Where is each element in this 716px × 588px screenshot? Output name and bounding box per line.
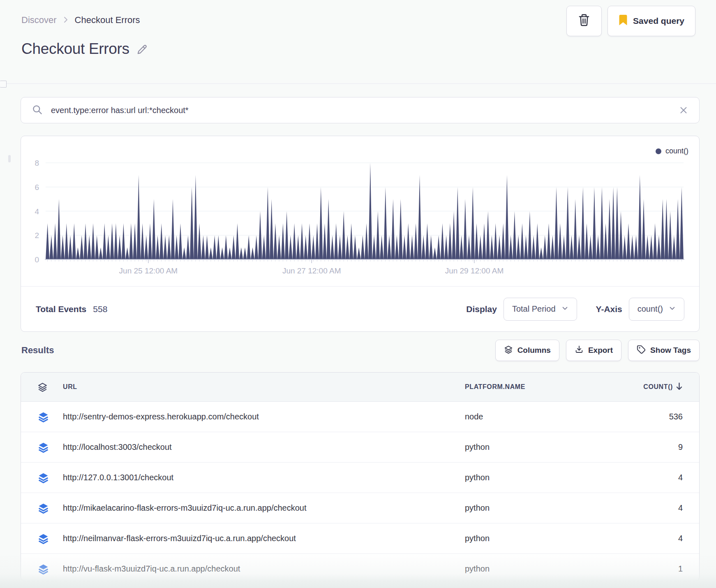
row-stack-icon[interactable] <box>37 532 63 544</box>
row-platform: python <box>465 564 609 574</box>
row-count: 9 <box>609 442 683 452</box>
export-button[interactable]: Export <box>566 340 621 361</box>
table-body: http://sentry-demos-express.herokuapp.co… <box>21 402 699 581</box>
columns-button-label: Columns <box>517 346 551 355</box>
row-url[interactable]: http://neilmanvar-flask-errors-m3uuizd7i… <box>63 534 465 543</box>
tag-icon <box>637 345 646 356</box>
clear-search-icon[interactable] <box>679 105 688 115</box>
show-tags-button-label: Show Tags <box>650 346 691 355</box>
row-count: 4 <box>609 534 683 543</box>
page-title: Checkout Errors <box>21 40 129 58</box>
svg-text:6: 6 <box>35 183 39 192</box>
search-query[interactable]: event.type:error has:url url:*checkout* <box>51 106 670 115</box>
row-stack-icon[interactable] <box>37 441 63 453</box>
row-count: 536 <box>609 412 683 421</box>
export-button-label: Export <box>588 346 613 355</box>
breadcrumb-discover[interactable]: Discover <box>21 15 57 25</box>
header-stack-icon[interactable] <box>37 382 63 392</box>
yaxis-label: Y-Axis <box>596 304 622 314</box>
chevron-down-icon <box>669 304 676 314</box>
breadcrumb-current: Checkout Errors <box>75 15 140 25</box>
row-platform: python <box>465 534 609 543</box>
svg-text:Jun 27 12:00 AM: Jun 27 12:00 AM <box>282 266 341 275</box>
stack-icon <box>504 345 513 356</box>
chart-footer: Total Events 558 Display Total Period Y-… <box>21 286 699 331</box>
row-stack-icon[interactable] <box>37 502 63 514</box>
svg-text:4: 4 <box>35 207 39 216</box>
display-label: Display <box>466 304 497 314</box>
row-url[interactable]: http://sentry-demos-express.herokuapp.co… <box>63 412 465 421</box>
row-url[interactable]: http://mikaelacarino-flask-errors-m3uuiz… <box>63 503 465 513</box>
top-bar: Discover Checkout Errors <box>21 6 695 36</box>
row-count: 4 <box>609 503 683 513</box>
table-row[interactable]: http://localhost:3003/checkout python 9 <box>21 432 699 463</box>
results-heading: Results <box>21 345 54 356</box>
bookmark-icon <box>619 15 628 28</box>
results-table: URL PLATFORM.NAME COUNT() http://sentry-… <box>21 372 700 581</box>
total-events-value: 558 <box>93 304 107 314</box>
trash-icon <box>578 14 590 29</box>
results-actions: Columns Export Show Tags <box>495 340 700 361</box>
display-select-value: Total Period <box>512 304 556 314</box>
row-url[interactable]: http://127.0.0.1:3001/checkout <box>63 473 465 482</box>
svg-text:Jun 29 12:00 AM: Jun 29 12:00 AM <box>445 266 504 275</box>
header-url[interactable]: URL <box>63 383 465 391</box>
search-bar[interactable]: event.type:error has:url url:*checkout* <box>21 97 700 123</box>
discover-page: Discover Checkout Errors <box>0 0 716 588</box>
events-chart[interactable]: 02468Jun 25 12:00 AMJun 27 12:00 AMJun 2… <box>21 148 699 277</box>
row-stack-icon[interactable] <box>37 563 63 575</box>
breadcrumb: Discover Checkout Errors <box>21 6 140 25</box>
table-header-row: URL PLATFORM.NAME COUNT() <box>21 373 699 402</box>
search-icon <box>32 104 43 117</box>
title-row: Checkout Errors <box>21 40 148 58</box>
row-stack-icon[interactable] <box>37 472 63 484</box>
scroll-nub <box>8 155 11 162</box>
row-count: 1 <box>609 564 683 574</box>
row-platform: node <box>465 412 609 421</box>
svg-text:Jun 25 12:00 AM: Jun 25 12:00 AM <box>119 266 178 275</box>
svg-text:2: 2 <box>35 231 39 240</box>
show-tags-button[interactable]: Show Tags <box>628 340 700 361</box>
chart-panel: count() 02468Jun 25 12:00 AMJun 27 12:00… <box>21 136 700 332</box>
header-count[interactable]: COUNT() <box>609 382 683 392</box>
yaxis-select[interactable]: count() <box>629 298 684 321</box>
table-row[interactable]: http://mikaelacarino-flask-errors-m3uuiz… <box>21 493 699 523</box>
download-icon <box>575 345 584 356</box>
row-platform: python <box>465 503 609 513</box>
delete-query-button[interactable] <box>566 6 602 36</box>
row-stack-icon[interactable] <box>37 411 63 423</box>
total-events-label: Total Events <box>36 304 86 314</box>
saved-query-label: Saved query <box>633 16 684 26</box>
saved-query-button[interactable]: Saved query <box>607 6 695 36</box>
yaxis-select-value: count() <box>637 304 663 314</box>
sort-desc-icon <box>676 382 683 392</box>
table-row[interactable]: http://127.0.0.1:3001/checkout python 4 <box>21 463 699 493</box>
results-header-row: Results Columns Export <box>21 340 700 361</box>
topbar-actions: Saved query <box>566 6 695 36</box>
page-divider <box>0 83 716 84</box>
header-count-label: COUNT() <box>643 383 673 391</box>
row-url[interactable]: http://localhost:3003/checkout <box>63 442 465 452</box>
table-row[interactable]: http://sentry-demos-express.herokuapp.co… <box>21 402 699 432</box>
svg-text:8: 8 <box>35 159 39 167</box>
row-count: 4 <box>609 473 683 482</box>
row-platform: python <box>465 442 609 452</box>
columns-button[interactable]: Columns <box>495 340 559 361</box>
table-row[interactable]: http://vu-flask-m3uuizd7iq-uc.a.run.app/… <box>21 554 699 581</box>
chevron-down-icon <box>561 304 568 314</box>
table-row[interactable]: http://neilmanvar-flask-errors-m3uuizd7i… <box>21 523 699 554</box>
header-platform[interactable]: PLATFORM.NAME <box>465 383 609 391</box>
edit-title-icon[interactable] <box>136 44 148 57</box>
row-platform: python <box>465 473 609 482</box>
svg-text:0: 0 <box>35 255 39 264</box>
display-select[interactable]: Total Period <box>504 298 577 321</box>
panel-collapse-handle[interactable] <box>0 81 7 88</box>
row-url[interactable]: http://vu-flask-m3uuizd7iq-uc.a.run.app/… <box>63 564 465 574</box>
breadcrumb-chevron-icon <box>62 15 69 25</box>
